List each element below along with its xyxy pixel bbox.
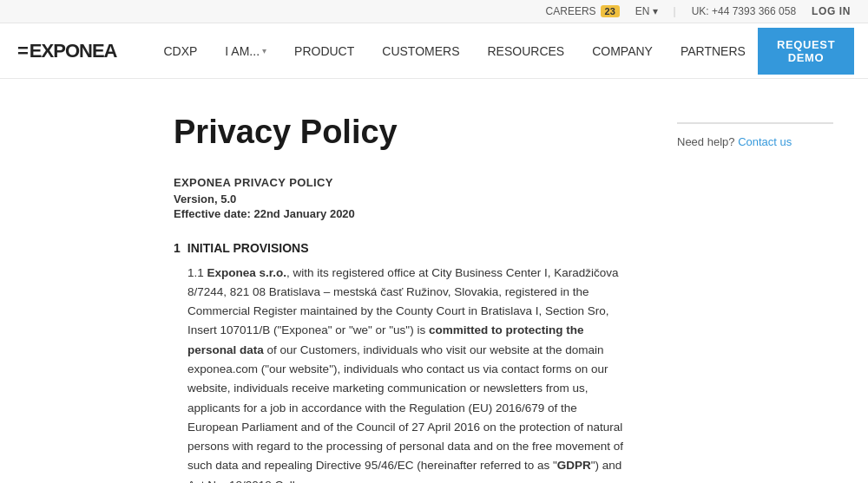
divider: |: [674, 5, 676, 17]
company-name-bold: Exponea s.r.o.: [207, 266, 287, 279]
subsection-number-1-1: 1.1: [187, 266, 207, 279]
contact-us-link[interactable]: Contact us: [738, 135, 792, 148]
top-bar: CAREERS 23 EN ▾ | UK: +44 7393 366 058 L…: [0, 0, 868, 23]
section-number-1: 1: [174, 241, 181, 255]
language-selector[interactable]: EN ▾: [635, 5, 658, 17]
help-box: Need help? Contact us: [677, 122, 833, 148]
nav-item-company[interactable]: COMPANY: [580, 37, 665, 65]
policy-name: EXPONEA PRIVACY POLICY: [174, 176, 625, 189]
lang-chevron: ▾: [653, 5, 658, 17]
help-label: Need help?: [677, 135, 735, 148]
section-heading-1: 1 INITIAL PROVISIONS: [174, 241, 625, 255]
main-navigation: = EXPONEA CDXP I AM... ▾ PRODUCT CUSTOME…: [0, 23, 868, 79]
logo[interactable]: = EXPONEA: [17, 40, 116, 62]
logo-text: EXPONEA: [30, 40, 117, 62]
main-column: Privacy Policy EXPONEA PRIVACY POLICY Ve…: [174, 114, 625, 483]
subsection-body-1-1: Exponea s.r.o., with its registered offi…: [187, 266, 623, 483]
gdpr-bold: GDPR: [557, 459, 591, 472]
logo-prefix: =: [17, 40, 28, 62]
nav-links: CDXP I AM... ▾ PRODUCT CUSTOMERS RESOURC…: [151, 37, 757, 65]
committed-bold: committed to protecting the personal dat…: [187, 323, 583, 356]
nav-item-resources[interactable]: RESOURCES: [475, 37, 576, 65]
page-content: Privacy Policy EXPONEA PRIVACY POLICY Ve…: [0, 79, 868, 483]
section-title-1: INITIAL PROVISIONS: [187, 241, 309, 255]
nav-item-product[interactable]: PRODUCT: [282, 37, 366, 65]
subsection-1-1: 1.1 Exponea s.r.o., with its registered …: [187, 264, 625, 483]
section-1: 1 INITIAL PROVISIONS 1.1 Exponea s.r.o.,…: [174, 241, 625, 483]
nav-item-partners[interactable]: PARTNERS: [668, 37, 758, 65]
nav-item-customers[interactable]: CUSTOMERS: [370, 37, 471, 65]
policy-meta: EXPONEA PRIVACY POLICY Version, 5.0 Effe…: [174, 176, 625, 220]
careers-label: CAREERS: [546, 5, 596, 17]
nav-item-iam[interactable]: I AM... ▾: [213, 37, 279, 65]
careers-badge: 23: [601, 5, 620, 17]
nav-item-cdxp[interactable]: CDXP: [151, 37, 209, 65]
sidebar-column: Need help? Contact us: [677, 114, 833, 483]
policy-version: Version, 5.0: [174, 193, 625, 206]
request-demo-button[interactable]: REQUEST DEMO: [758, 28, 854, 75]
help-text: Need help? Contact us: [677, 135, 792, 148]
chevron-down-icon: ▾: [262, 46, 266, 55]
careers-link[interactable]: CAREERS 23: [546, 5, 620, 17]
login-link[interactable]: LOG IN: [812, 5, 851, 17]
policy-date: Effective date: 22nd January 2020: [174, 207, 625, 220]
page-title: Privacy Policy: [174, 114, 625, 152]
lang-label: EN: [635, 5, 650, 17]
phone-number: UK: +44 7393 366 058: [692, 5, 796, 17]
